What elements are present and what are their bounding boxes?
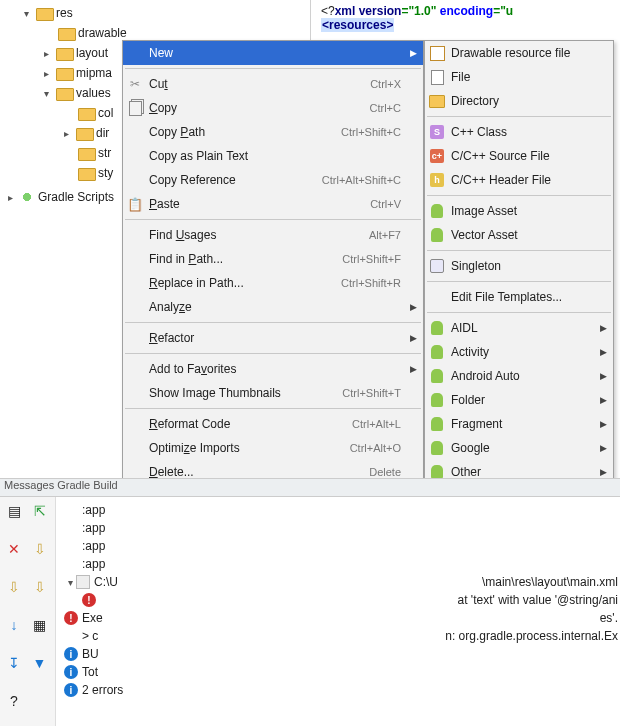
expand-icon[interactable]: ⇱ xyxy=(30,501,50,521)
ctx-copy[interactable]: CopyCtrl+C xyxy=(123,96,423,120)
info-filter-icon[interactable]: ⇩ xyxy=(4,577,24,597)
new-cppsrc[interactable]: c+C/C++ Source File xyxy=(425,144,613,168)
new-imgasset[interactable]: Image Asset xyxy=(425,199,613,223)
menu-label: Cut xyxy=(149,77,364,91)
editor-preview: <?xml version="1.0" encoding="u <resourc… xyxy=(310,0,620,40)
menu-label: Activity xyxy=(451,345,591,359)
down-icon[interactable]: ↓ xyxy=(4,615,24,635)
ctx-reformat[interactable]: Reformat CodeCtrl+Alt+L xyxy=(123,412,423,436)
folder-icon xyxy=(58,26,74,40)
info-icon: i xyxy=(64,683,78,697)
new-edittpl[interactable]: Edit File Templates... xyxy=(425,285,613,309)
shortcut: Ctrl+Alt+L xyxy=(346,418,401,430)
ctx-paste[interactable]: PasteCtrl+V xyxy=(123,192,423,216)
activity-icon xyxy=(431,345,443,359)
aauto-icon xyxy=(431,369,443,383)
menu-label: Directory xyxy=(451,94,591,108)
folder-icon xyxy=(76,126,92,140)
shortcut: Ctrl+Shift+T xyxy=(336,387,401,399)
new-fragment[interactable]: Fragment▶ xyxy=(425,412,613,436)
submenu-arrow-icon: ▶ xyxy=(600,371,607,381)
folder-icon xyxy=(56,46,72,60)
ctx-thumbs[interactable]: Show Image ThumbnailsCtrl+Shift+T xyxy=(123,381,423,405)
new-directory[interactable]: Directory xyxy=(425,89,613,113)
messages-tab[interactable]: Messages Gradle Build xyxy=(0,479,620,497)
fragment-icon xyxy=(431,417,443,431)
tree-res[interactable]: ▾res xyxy=(0,3,310,23)
ctx-copyref[interactable]: Copy ReferenceCtrl+Alt+Shift+C xyxy=(123,168,423,192)
ctx-findu[interactable]: Find UsagesAlt+F7 xyxy=(123,223,423,247)
menu-label: Copy xyxy=(149,101,364,115)
menu-label: Find in Path... xyxy=(149,252,336,266)
vecasset-icon xyxy=(431,228,443,242)
error-icon: ! xyxy=(82,593,96,607)
ctx-findp[interactable]: Find in Path...Ctrl+Shift+F xyxy=(123,247,423,271)
collapse-icon[interactable]: ▤ xyxy=(4,501,24,521)
new-cppcls[interactable]: SC++ Class xyxy=(425,120,613,144)
menu-label: Copy Reference xyxy=(149,173,316,187)
error-filter-icon[interactable]: ✕ xyxy=(4,539,24,559)
new-singleton[interactable]: Singleton xyxy=(425,254,613,278)
filter-icon[interactable]: ▼ xyxy=(30,653,50,673)
menu-label: Reformat Code xyxy=(149,417,346,431)
new-folder2[interactable]: Folder▶ xyxy=(425,388,613,412)
menu-label: Copy as Plain Text xyxy=(149,149,401,163)
new-cpphdr[interactable]: hC/C++ Header File xyxy=(425,168,613,192)
new-activity[interactable]: Activity▶ xyxy=(425,340,613,364)
new-file[interactable]: File xyxy=(425,65,613,89)
menu-label: C/C++ Source File xyxy=(451,149,591,163)
ctx-addfav[interactable]: Add to Favorites▶ xyxy=(123,357,423,381)
shortcut: Ctrl+Shift+C xyxy=(335,126,401,138)
autoscroll-icon[interactable]: ↧ xyxy=(4,653,24,673)
menu-label: AIDL xyxy=(451,321,591,335)
ctx-copyplain[interactable]: Copy as Plain Text xyxy=(123,144,423,168)
submenu-arrow-icon: ▶ xyxy=(600,323,607,333)
singleton-icon xyxy=(430,259,444,273)
new-google[interactable]: Google▶ xyxy=(425,436,613,460)
menu-label: Delete... xyxy=(149,465,363,479)
error-icon: ! xyxy=(64,611,78,625)
folder-icon xyxy=(78,106,94,120)
ctx-cut[interactable]: CutCtrl+X xyxy=(123,72,423,96)
menu-label: Drawable resource file xyxy=(451,46,591,60)
export-icon[interactable]: ▦ xyxy=(30,615,50,635)
menu-label: Singleton xyxy=(451,259,591,273)
cpphdr-icon: h xyxy=(430,173,444,187)
messages-tree: :app :app :app :app ▾C:\U\main\res\layou… xyxy=(56,497,620,726)
ctx-optimp[interactable]: Optimize ImportsCtrl+Alt+O xyxy=(123,436,423,460)
submenu-arrow-icon: ▶ xyxy=(410,302,417,312)
menu-label: Refactor xyxy=(149,331,401,345)
folder-icon xyxy=(56,66,72,80)
file-icon xyxy=(431,70,444,85)
submenu-arrow-icon: ▶ xyxy=(410,333,417,343)
new-aauto[interactable]: Android Auto▶ xyxy=(425,364,613,388)
new-drawres[interactable]: Drawable resource file xyxy=(425,41,613,65)
folder-icon xyxy=(56,86,72,100)
folder-icon xyxy=(36,6,52,20)
help-icon[interactable]: ? xyxy=(4,691,24,711)
paste-icon xyxy=(127,197,143,212)
ctx-copypath[interactable]: Copy PathCtrl+Shift+C xyxy=(123,120,423,144)
cut-icon xyxy=(130,77,140,91)
ctx-replp[interactable]: Replace in Path...Ctrl+Shift+R xyxy=(123,271,423,295)
menu-label: Replace in Path... xyxy=(149,276,335,290)
menu-label: Add to Favorites xyxy=(149,362,401,376)
submenu-arrow-icon: ▶ xyxy=(600,395,607,405)
ctx-analyze[interactable]: Analyze▶ xyxy=(123,295,423,319)
messages-toolbar: ▤ ⇱ ✕ ⇩ ⇩ ⇩ ↓ ▦ ↧ ▼ ? xyxy=(0,497,56,726)
menu-label: Google xyxy=(451,441,591,455)
ctx-new[interactable]: New▶ xyxy=(123,41,423,65)
new-aidl[interactable]: AIDL▶ xyxy=(425,316,613,340)
menu-label: Image Asset xyxy=(451,204,591,218)
hide-icon[interactable]: ⇩ xyxy=(30,577,50,597)
messages-panel: Messages Gradle Build ▤ ⇱ ✕ ⇩ ⇩ ⇩ ↓ ▦ ↧ … xyxy=(0,478,620,726)
folder2-icon xyxy=(431,393,443,407)
shortcut: Ctrl+V xyxy=(364,198,401,210)
cppsrc-icon: c+ xyxy=(430,149,444,163)
ctx-refactor[interactable]: Refactor▶ xyxy=(123,326,423,350)
warning-filter-icon[interactable]: ⇩ xyxy=(30,539,50,559)
menu-label: Android Auto xyxy=(451,369,591,383)
new-vecasset[interactable]: Vector Asset xyxy=(425,223,613,247)
shortcut: Ctrl+Shift+R xyxy=(335,277,401,289)
menu-label: C++ Class xyxy=(451,125,591,139)
